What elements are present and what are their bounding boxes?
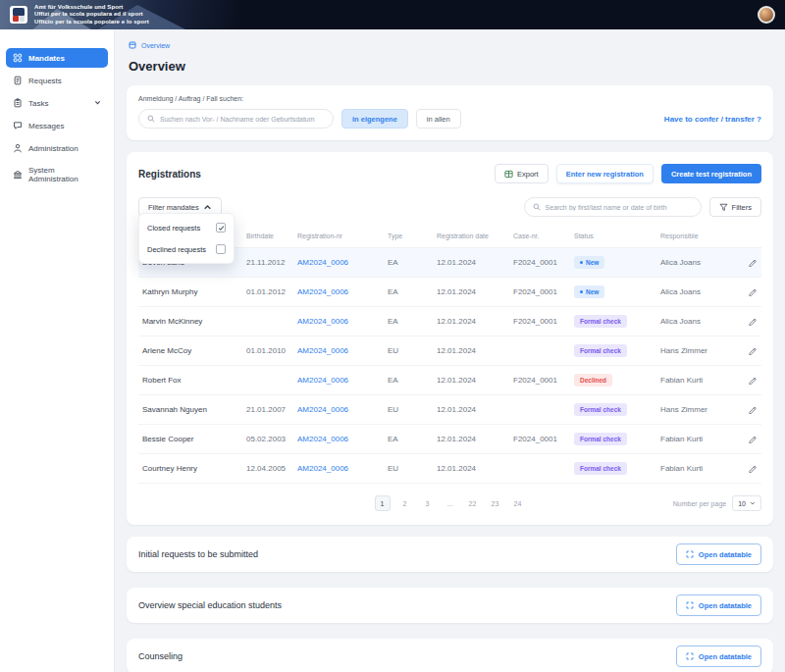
edit-icon[interactable] <box>748 404 758 414</box>
export-button[interactable]: Export <box>495 164 549 183</box>
page-button[interactable]: 24 <box>510 495 526 511</box>
cell-registration-date: 12.01.2024 <box>433 366 509 395</box>
column-type: Type <box>384 225 433 248</box>
edit-icon[interactable] <box>748 257 758 267</box>
cell-responsible: Fabian Kurti <box>656 425 727 454</box>
table-toolbar-right: Filters <box>524 197 761 217</box>
filter-option-declined-requests[interactable]: Declined requests <box>139 238 234 260</box>
breadcrumb-link[interactable]: Overview <box>141 42 170 49</box>
cell-registration-date: 12.01.2024 <box>433 454 509 484</box>
open-datatable-button[interactable]: Open datatable <box>676 594 761 616</box>
cell-case-nr <box>509 395 570 425</box>
cell-actions <box>727 336 761 366</box>
scope-all-button[interactable]: in allen <box>416 109 461 129</box>
cell-birthdate: 12.04.2005 <box>242 454 293 484</box>
cell-registration-nr[interactable]: AM2024_0006 <box>293 454 384 484</box>
cell-responsible: Alica Joans <box>656 278 727 307</box>
enter-new-registration-button[interactable]: Enter new registration <box>556 164 654 183</box>
open-datatable-button[interactable]: Open datatable <box>676 646 761 667</box>
table-row[interactable]: Marvin McKinney AM2024_0006 EA 12.01.202… <box>138 307 761 336</box>
cell-registration-nr[interactable]: AM2024_0006 <box>293 366 384 395</box>
filter-option-closed-requests[interactable]: Closed requests <box>139 217 234 238</box>
page-button[interactable]: 22 <box>465 495 481 511</box>
cell-registration-nr[interactable]: AM2024_0006 <box>293 278 384 307</box>
open-datatable-button[interactable]: Open datatable <box>676 543 761 565</box>
cell-birthdate <box>242 307 293 336</box>
cell-responsible: Fabian Kurti <box>656 454 727 484</box>
cell-status: New <box>570 278 656 307</box>
user-avatar[interactable] <box>758 6 775 24</box>
scope-own-button[interactable]: in eigengene <box>341 109 408 129</box>
filters-button[interactable]: Filters <box>709 197 761 217</box>
sidebar-item-label: Tasks <box>28 99 48 108</box>
initial-requests-panel: Initial requests to be submitted Open da… <box>127 537 773 572</box>
cell-registration-nr[interactable]: AM2024_0006 <box>293 395 384 425</box>
cell-status: Formal check <box>570 307 656 336</box>
system-administration-icon <box>13 170 23 180</box>
cell-registration-nr[interactable]: AM2024_0006 <box>293 307 384 336</box>
column-registration-nr: Registration-nr <box>293 225 384 248</box>
search-icon <box>533 203 541 211</box>
edit-icon[interactable] <box>748 463 758 473</box>
edit-icon[interactable] <box>748 434 758 443</box>
cell-name: Marvin McKinney <box>138 307 242 336</box>
sidebar-item-messages[interactable]: Messages <box>6 116 108 135</box>
sidebar-item-mandates[interactable]: Mandates <box>6 48 108 68</box>
sidebar-item-label: Requests <box>28 77 62 85</box>
page-button[interactable]: 2 <box>397 495 413 511</box>
global-search-input[interactable] <box>160 116 325 123</box>
export-icon <box>504 170 513 179</box>
cell-case-nr: F2024_0001 <box>509 425 570 454</box>
cell-registration-nr[interactable]: AM2024_0006 <box>293 425 384 454</box>
checkbox-checked-icon[interactable] <box>216 223 226 233</box>
chevron-down-icon <box>94 99 101 108</box>
cell-name: Arlene McCoy <box>138 336 242 366</box>
per-page-select[interactable]: 10 <box>732 495 761 511</box>
open-datatable-label: Open datatable <box>699 601 752 610</box>
table-row[interactable]: Courtney Henry 12.04.2005 AM2024_0006 EU… <box>138 454 761 484</box>
transfer-link[interactable]: Have to confer / transfer ? <box>664 115 761 124</box>
table-row[interactable]: Robert Fox AM2024_0006 EA 12.01.2024 F20… <box>138 366 761 395</box>
cell-name: Courtney Henry <box>138 454 242 484</box>
table-row[interactable]: Arlene McCoy 01.01.2010 AM2024_0006 EU 1… <box>138 336 761 366</box>
cell-registration-nr[interactable]: AM2024_0006 <box>293 248 384 278</box>
search-icon <box>147 115 155 123</box>
cell-case-nr <box>509 336 570 366</box>
create-test-registration-button[interactable]: Create test registration <box>661 164 761 183</box>
cell-registration-nr[interactable]: AM2024_0006 <box>293 336 384 366</box>
cell-type: EA <box>384 307 433 336</box>
sidebar-item-requests[interactable]: Requests <box>6 71 108 90</box>
table-search-input[interactable] <box>546 204 693 211</box>
search-row: in eigengene in allen Have to confer / t… <box>138 109 761 129</box>
filter-icon <box>719 203 728 212</box>
page-button[interactable]: 23 <box>488 495 503 511</box>
cell-type: EU <box>384 336 433 366</box>
per-page-control: Number per page 10 <box>673 495 761 511</box>
sidebar-item-administration[interactable]: Administration <box>6 138 108 158</box>
per-page-value: 10 <box>738 500 746 507</box>
cell-responsible: Alica Joans <box>656 248 727 278</box>
edit-icon[interactable] <box>748 286 758 296</box>
cell-name: Robert Fox <box>138 366 242 395</box>
edit-icon[interactable] <box>748 345 758 355</box>
panel-title: Counseling <box>138 651 183 661</box>
sidebar-item-tasks[interactable]: Tasks <box>6 93 108 113</box>
page-button[interactable]: 1 <box>375 495 391 511</box>
page-button[interactable]: 3 <box>420 495 436 511</box>
cell-registration-date: 12.01.2024 <box>433 395 509 425</box>
checkbox-unchecked-icon[interactable] <box>216 244 226 254</box>
sidebar-item-system-administration[interactable]: System Administration <box>6 161 108 188</box>
table-row[interactable]: Savannah Nguyen 21.01.2007 AM2024_0006 E… <box>138 395 761 425</box>
edit-icon[interactable] <box>748 375 758 385</box>
sidebar-item-label: Administration <box>28 144 78 153</box>
table-row[interactable]: Kathryn Murphy 01.01.2012 AM2024_0006 EA… <box>138 278 761 307</box>
logo-shield-icon <box>13 8 25 16</box>
table-row[interactable]: Bessie Cooper 05.02.2003 AM2024_0006 EA … <box>138 425 761 454</box>
cell-name: Bessie Cooper <box>138 425 242 454</box>
sidebar-item-label: Messages <box>28 122 64 130</box>
cell-responsible: Alica Joans <box>656 307 727 336</box>
cell-status: Formal check <box>570 425 656 454</box>
edit-icon[interactable] <box>748 316 758 326</box>
breadcrumb-overview-icon <box>129 41 136 49</box>
registrations-header: Registrations Export Enter new registrat… <box>138 164 761 183</box>
